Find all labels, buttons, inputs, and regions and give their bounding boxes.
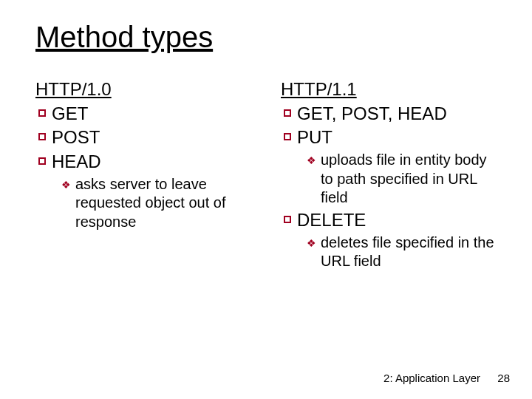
- list-subitem-label: deletes file specified in the URL field: [318, 233, 497, 271]
- list-item-label: GET: [49, 103, 251, 126]
- content-columns: HTTP/1.0 GET POST HEAD ❖ asks server to …: [35, 78, 497, 271]
- slide: Method types HTTP/1.0 GET POST HEAD ❖ as…: [0, 0, 532, 399]
- square-bullet-icon: [281, 126, 294, 140]
- list-subitem: ❖ uploads file in entity body to path sp…: [281, 151, 497, 208]
- right-heading: HTTP/1.1: [281, 78, 497, 101]
- list-item: GET, POST, HEAD: [281, 103, 497, 126]
- list-subitem-label: asks server to leave requested object ou…: [72, 175, 251, 232]
- list-subitem: ❖ asks server to leave requested object …: [35, 175, 251, 232]
- square-bullet-icon: [35, 103, 49, 117]
- footer-section-label: 2: Application Layer: [383, 372, 480, 384]
- list-item: DELETE: [281, 209, 497, 232]
- square-bullet-icon: [35, 151, 49, 165]
- slide-title: Method types: [35, 21, 497, 53]
- list-item-label: PUT: [294, 126, 497, 149]
- list-item-label: DELETE: [294, 209, 497, 232]
- right-column: HTTP/1.1 GET, POST, HEAD PUT ❖ uploads f…: [281, 78, 497, 271]
- list-item: POST: [35, 126, 251, 149]
- list-item-label: GET, POST, HEAD: [294, 103, 497, 126]
- square-bullet-icon: [281, 103, 294, 117]
- list-item: PUT: [281, 126, 497, 149]
- list-item-label: POST: [49, 126, 251, 149]
- left-heading: HTTP/1.0: [35, 78, 251, 101]
- diamond-bullet-icon: ❖: [304, 233, 318, 250]
- list-item: GET: [35, 103, 251, 126]
- square-bullet-icon: [281, 209, 294, 223]
- diamond-bullet-icon: ❖: [304, 151, 318, 168]
- list-item: HEAD: [35, 151, 251, 174]
- list-subitem: ❖ deletes file specified in the URL fiel…: [281, 233, 497, 271]
- diamond-bullet-icon: ❖: [59, 175, 72, 192]
- page-number: 28: [497, 372, 510, 384]
- left-column: HTTP/1.0 GET POST HEAD ❖ asks server to …: [35, 78, 251, 271]
- square-bullet-icon: [35, 126, 49, 140]
- list-subitem-label: uploads file in entity body to path spec…: [318, 151, 497, 208]
- list-item-label: HEAD: [49, 151, 251, 174]
